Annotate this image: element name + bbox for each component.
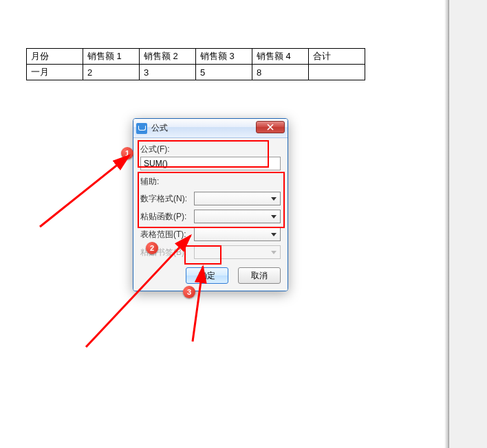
callout-1: 1 [121, 147, 133, 159]
close-icon [267, 124, 274, 131]
page-right-margin [448, 0, 487, 448]
paste-function-combo[interactable] [194, 210, 281, 223]
number-format-label: 数字格式(N): [140, 193, 194, 205]
cell: 销售额 3 [196, 49, 252, 65]
paste-bookmark-combo [194, 245, 281, 259]
table-row: 月份 销售额 1 销售额 2 销售额 3 销售额 4 合计 [27, 49, 365, 65]
cell [309, 65, 365, 80]
cell: 销售额 1 [83, 49, 140, 65]
close-button[interactable] [256, 121, 285, 133]
cell: 5 [196, 65, 252, 80]
cell: 销售额 2 [140, 49, 196, 65]
dialog-title: 公式 [151, 122, 168, 134]
table-range-combo[interactable] [194, 227, 281, 241]
arrow-1 [34, 151, 138, 234]
cell: 3 [140, 65, 196, 80]
cancel-button[interactable]: 取消 [238, 267, 281, 284]
number-format-combo[interactable] [194, 192, 281, 205]
callout-3: 3 [183, 286, 195, 298]
cell: 8 [252, 65, 309, 80]
assist-label: 辅助: [140, 176, 281, 188]
formula-dialog: 公式 公式(F): 辅助: 数字格式(N): 粘贴函数(P): 表格范围(T): [133, 118, 288, 291]
cell: 合计 [309, 49, 365, 65]
app-icon [136, 123, 147, 134]
table-range-label: 表格范围(T): [140, 229, 194, 240]
table-row: 一月 2 3 5 8 [27, 65, 365, 80]
formula-input[interactable] [140, 157, 281, 170]
dialog-titlebar[interactable]: 公式 [133, 119, 288, 138]
cell: 销售额 4 [252, 49, 309, 65]
data-table: 月份 销售额 1 销售额 2 销售额 3 销售额 4 合计 一月 2 3 5 8 [26, 48, 365, 80]
cell: 一月 [27, 65, 83, 80]
svg-line-0 [40, 155, 129, 227]
dialog-body: 公式(F): 辅助: 数字格式(N): 粘贴函数(P): 表格范围(T): 粘贴… [133, 138, 288, 291]
callout-2: 2 [146, 242, 158, 254]
cell: 2 [83, 65, 140, 80]
formula-label: 公式(F): [140, 144, 281, 155]
cell: 月份 [27, 49, 83, 65]
paste-function-label: 粘贴函数(P): [140, 211, 194, 223]
ok-button[interactable]: 确定 [186, 267, 228, 284]
